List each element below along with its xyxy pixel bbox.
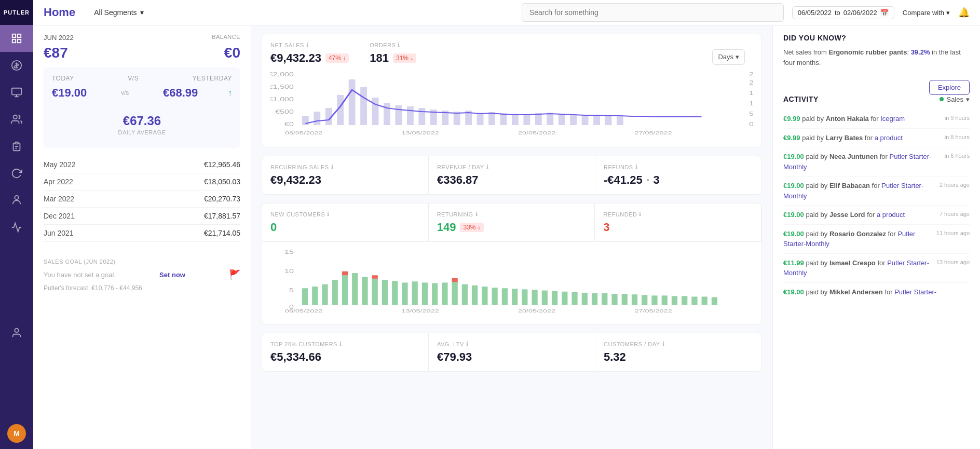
- sales-goal-section: SALES GOAL (JUN 2022) You have not set a…: [44, 250, 240, 296]
- svg-rect-86: [532, 290, 537, 305]
- sidebar-item-dashboard[interactable]: [0, 25, 33, 52]
- svg-rect-80: [472, 285, 478, 305]
- activity-item: 11 hours ago €19.00 paid by Rosario Gonz…: [783, 225, 970, 254]
- svg-text:13/05/2022: 13/05/2022: [402, 308, 439, 314]
- activity-product-link[interactable]: a product: [875, 134, 903, 142]
- sidebar-item-transactions[interactable]: [0, 79, 33, 106]
- activity-item: in 6 hours €19.00 paid by Neea Juntunen …: [783, 147, 970, 176]
- months-list: May 2022 €12,965.46 Apr 2022 €18,050.03 …: [44, 156, 240, 242]
- days-selector[interactable]: Days ▾: [712, 49, 745, 65]
- sidebar-item-affiliates[interactable]: [0, 187, 33, 214]
- today-vs-separator: v/s: [121, 89, 129, 97]
- svg-rect-43: [523, 114, 530, 125]
- flag-icon[interactable]: 🚩: [229, 269, 240, 280]
- activity-time: 13 hours ago: [936, 258, 970, 267]
- daily-average-label: DAILY AVERAGE: [52, 129, 232, 135]
- list-item: Mar 2022 €20,270.73: [44, 191, 240, 208]
- date-range-picker[interactable]: 06/05/2022 to 02/06/2022 📅: [792, 6, 894, 19]
- did-you-know-section: DID YOU KNOW? Net sales from Ergonomic r…: [783, 34, 970, 67]
- info-icon: ℹ: [398, 42, 400, 48]
- dyk-text-prefix: Net sales from: [783, 48, 828, 56]
- svg-rect-101: [682, 296, 687, 305]
- activity-item: €19.00 paid by Mikkel Andersen for Putle…: [783, 283, 970, 302]
- top20-customers-metric: TOP 20% CUSTOMERS ℹ €5,334.66: [262, 333, 429, 371]
- sales-filter[interactable]: Sales ▾: [940, 96, 970, 103]
- orders-value: 181: [370, 51, 389, 65]
- people-icon: [11, 195, 22, 206]
- dyk-product: Ergonomic rubber pants: [828, 48, 907, 56]
- orders-badge: 31% ↓: [393, 53, 416, 63]
- svg-rect-96: [632, 294, 637, 305]
- returning-metric: RETURNING ℹ 149 33% ↓: [429, 203, 595, 241]
- info-icon: ℹ: [327, 211, 330, 217]
- activity-item: in 9 hours €9.99 paid by Anton Hakala fo…: [783, 110, 970, 129]
- activity-product-link[interactable]: Putler Starter-: [894, 288, 936, 296]
- compare-button[interactable]: Compare with ▾: [903, 9, 950, 17]
- sidebar-item-subscriptions[interactable]: [0, 160, 33, 187]
- sidebar-item-sales[interactable]: [0, 52, 33, 79]
- activity-product-link[interactable]: Icegram: [880, 115, 905, 123]
- svg-rect-48: [582, 115, 589, 125]
- notification-bell-icon[interactable]: 🔔: [958, 7, 970, 18]
- explore-button[interactable]: Explore: [929, 80, 970, 95]
- recurring-sales-metric: RECURRING SALES ℹ €9,432.23: [262, 156, 429, 194]
- svg-rect-39: [477, 113, 484, 125]
- activity-amount: €19.00: [783, 211, 804, 219]
- revenue-day-metric: REVENUE / DAY ℹ €336.87: [429, 156, 595, 194]
- date-to: 02/06/2022: [843, 9, 877, 17]
- activity-amount: €11.99: [783, 259, 804, 267]
- page-title: Home: [44, 6, 75, 19]
- svg-rect-98: [651, 295, 657, 305]
- topbar: Home All Segments ▾ 06/05/2022 to 02/06/…: [33, 0, 980, 25]
- svg-rect-103: [702, 297, 707, 305]
- dyk-title: DID YOU KNOW?: [783, 34, 970, 42]
- svg-rect-84: [512, 289, 518, 305]
- today-section: TODAY v/s YESTERDAY €19.00 v/s €68.99 ↑ …: [44, 67, 240, 148]
- svg-rect-95: [622, 294, 628, 305]
- list-item: Dec 2021 €17,881.57: [44, 208, 240, 225]
- top20-value: €5,334.66: [270, 350, 420, 364]
- svg-rect-68: [372, 279, 378, 305]
- customers-day-value: 5.32: [604, 350, 753, 364]
- list-item: May 2022 €12,965.46: [44, 156, 240, 173]
- net-sales-badge: 47% ↓: [325, 53, 349, 63]
- segment-selector[interactable]: All Segments ▾: [90, 6, 147, 19]
- info-icon: ℹ: [331, 164, 334, 170]
- svg-rect-46: [559, 114, 565, 125]
- customers-chart-container: 15 10 5 0 06/05/2022 13/05/2022 20/05/20…: [262, 242, 761, 324]
- search-input[interactable]: [522, 3, 784, 22]
- activity-amount: €19.00: [783, 230, 804, 238]
- svg-rect-88: [552, 291, 557, 305]
- svg-rect-25: [314, 112, 320, 125]
- svg-point-6: [13, 115, 17, 119]
- sidebar-item-analytics[interactable]: [0, 214, 33, 241]
- svg-text:20/05/2022: 20/05/2022: [518, 130, 556, 135]
- net-sales-metric: NET SALES ℹ €9,432.23 47% ↓: [270, 42, 349, 65]
- dyk-text-middle: :: [907, 48, 910, 56]
- sidebar-item-settings[interactable]: [0, 319, 33, 346]
- set-now-link[interactable]: Set now: [159, 271, 185, 279]
- refunds-value: -€41.25: [604, 173, 643, 187]
- svg-rect-93: [602, 293, 607, 305]
- sidebar-item-reports[interactable]: [0, 133, 33, 160]
- activity-time: in 9 hours: [945, 114, 970, 123]
- dollar-icon: [11, 60, 22, 71]
- users-icon: [11, 114, 22, 125]
- svg-rect-89: [562, 292, 567, 305]
- activity-time: 7 hours ago: [940, 210, 970, 219]
- activity-title: ACTIVITY: [783, 95, 819, 103]
- svg-rect-83: [502, 288, 508, 305]
- svg-rect-5: [12, 88, 21, 95]
- svg-rect-99: [662, 295, 668, 305]
- svg-rect-104: [712, 297, 717, 305]
- svg-rect-0: [12, 34, 16, 37]
- list-item: Jun 2021 €21,714.05: [44, 225, 240, 242]
- activity-amount: €19.00: [783, 288, 804, 296]
- period-label: JUN 2022: [44, 34, 74, 42]
- avg-ltv-metric: AVG. LTV ℹ €79.93: [429, 333, 595, 371]
- sidebar-item-customers[interactable]: [0, 106, 33, 133]
- user-avatar[interactable]: M: [7, 424, 26, 443]
- stats-row: RECURRING SALES ℹ €9,432.23 REVENUE / DA…: [262, 156, 762, 195]
- activity-product-link[interactable]: a product: [877, 211, 905, 219]
- today-amount: €19.00: [52, 86, 87, 100]
